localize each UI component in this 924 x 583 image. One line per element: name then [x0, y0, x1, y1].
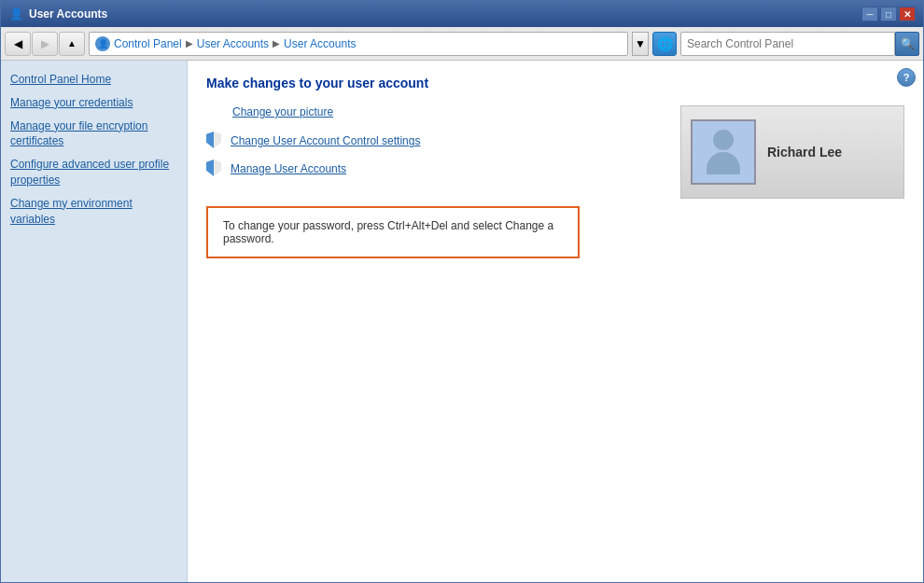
close-button[interactable]: ✕	[899, 7, 916, 21]
sidebar-control-panel-home[interactable]: Control Panel Home	[10, 72, 177, 88]
uac-settings-link[interactable]: Change User Account Control settings	[231, 134, 420, 147]
manage-accounts-row: Manage User Accounts	[206, 160, 662, 178]
breadcrumb-sep-2: ▶	[273, 38, 280, 49]
main-area: ? Control Panel Home Manage your credent…	[1, 61, 923, 582]
content-columns: Change your picture Change User Account …	[206, 105, 904, 258]
sidebar: Control Panel Home Manage your credentia…	[1, 61, 188, 582]
avatar-figure	[707, 130, 740, 174]
globe-button[interactable]: 🌐	[652, 32, 677, 56]
up-button[interactable]: ▲	[59, 32, 85, 56]
breadcrumb-user-accounts-1[interactable]: User Accounts	[197, 37, 269, 50]
maximize-button[interactable]: □	[880, 7, 897, 21]
main-window: 👤 User Accounts ─ □ ✕ ◀ ▶ ▲ 👤 Control Pa…	[0, 0, 924, 583]
change-picture-link[interactable]: Change your picture	[232, 105, 662, 118]
sidebar-environment-variables[interactable]: Change my environment variables	[10, 196, 177, 228]
sidebar-manage-credentials[interactable]: Manage your credentials	[10, 95, 177, 111]
password-notice: To change your password, press Ctrl+Alt+…	[206, 206, 580, 258]
breadcrumb-dropdown[interactable]: ▼	[632, 32, 649, 56]
manage-accounts-icon	[206, 160, 225, 178]
breadcrumb-bar: 👤 Control Panel ▶ User Accounts ▶ User A…	[89, 32, 628, 56]
uac-icon	[206, 132, 225, 150]
user-name: Richard Lee	[767, 145, 842, 160]
manage-accounts-link[interactable]: Manage User Accounts	[231, 162, 346, 175]
sidebar-file-encryption[interactable]: Manage your file encryption certificates	[10, 118, 177, 150]
forward-button[interactable]: ▶	[32, 32, 58, 56]
minimize-button[interactable]: ─	[861, 7, 878, 21]
title-bar-buttons: ─ □ ✕	[861, 7, 916, 21]
breadcrumb-sep-1: ▶	[186, 38, 193, 49]
back-button[interactable]: ◀	[5, 32, 31, 56]
search-box	[680, 32, 895, 56]
uac-settings-row: Change User Account Control settings	[206, 132, 662, 150]
user-card: Richard Lee	[680, 105, 904, 199]
breadcrumb-control-panel[interactable]: Control Panel	[114, 37, 182, 50]
avatar-body	[707, 152, 740, 174]
content-area: Make changes to your user account Change…	[188, 61, 923, 582]
title-bar: 👤 User Accounts ─ □ ✕	[1, 1, 923, 27]
user-avatar	[691, 119, 756, 185]
change-picture-row: Change your picture	[232, 105, 662, 118]
help-button[interactable]: ?	[897, 68, 916, 87]
sidebar-links: Manage your credentials Manage your file…	[10, 95, 177, 228]
breadcrumb-icon: 👤	[95, 36, 110, 51]
user-card-area: Richard Lee	[680, 105, 904, 258]
window-icon: 👤	[8, 7, 23, 21]
help-area: ?	[897, 68, 916, 87]
search-input[interactable]	[687, 37, 889, 50]
search-button[interactable]: 🔍	[895, 32, 919, 56]
window-title: User Accounts	[29, 7, 861, 21]
address-bar: ◀ ▶ ▲ 👤 Control Panel ▶ User Accounts ▶ …	[1, 27, 923, 61]
left-column: Change your picture Change User Account …	[206, 105, 662, 258]
page-title: Make changes to your user account	[206, 76, 904, 90]
nav-buttons: ◀ ▶ ▲	[5, 32, 85, 56]
breadcrumb-user-accounts-2[interactable]: User Accounts	[284, 37, 356, 50]
sidebar-advanced-profile[interactable]: Configure advanced user profile properti…	[10, 157, 177, 188]
avatar-head	[713, 130, 734, 150]
search-area: 🔍	[680, 32, 919, 56]
